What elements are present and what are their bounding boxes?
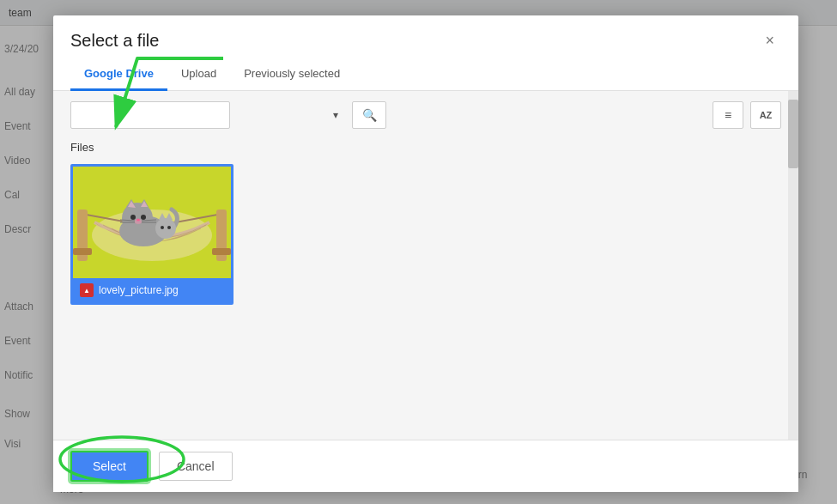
file-name-bar: lovely_picture.jpg (73, 278, 231, 302)
search-button[interactable]: 🔍 (352, 101, 386, 129)
svg-point-17 (136, 219, 140, 222)
sort-icon: AZ (760, 110, 773, 120)
tab-upload[interactable]: Upload (167, 58, 230, 91)
scrollbar-track[interactable] (788, 91, 798, 440)
file-name: lovely_picture.jpg (99, 284, 179, 296)
modal-header: Select a file × (53, 15, 798, 52)
toolbar-row: 🔍 ≡ AZ (70, 101, 781, 129)
file-item[interactable]: lovely_picture.jpg (70, 164, 234, 305)
scrollbar-thumb[interactable] (788, 100, 798, 168)
tab-previously-selected[interactable]: Previously selected (230, 58, 354, 91)
modal-tabs: Google Drive Upload Previously selected (53, 58, 798, 91)
svg-point-15 (141, 215, 146, 220)
svg-point-26 (167, 226, 171, 229)
file-thumbnail (73, 167, 231, 278)
file-grid: lovely_picture.jpg (70, 164, 781, 305)
list-view-button[interactable]: ≡ (713, 101, 743, 129)
svg-rect-5 (73, 248, 92, 255)
files-label: Files (70, 137, 781, 157)
modal-title: Select a file (70, 31, 159, 51)
folder-select-wrapper (70, 101, 345, 129)
svg-point-22 (155, 218, 176, 239)
folder-select-input[interactable] (70, 101, 230, 129)
modal-footer: Select Cancel (53, 440, 798, 492)
select-file-modal: Select a file × Google Drive Upload Prev… (53, 15, 798, 492)
file-image (73, 167, 231, 278)
sort-button[interactable]: AZ (750, 101, 781, 129)
svg-point-25 (161, 226, 164, 229)
svg-point-14 (130, 215, 136, 220)
list-icon: ≡ (725, 108, 731, 122)
search-icon: 🔍 (362, 108, 377, 122)
select-button[interactable]: Select (70, 451, 149, 482)
svg-point-9 (122, 203, 153, 234)
tab-google-drive[interactable]: Google Drive (70, 58, 167, 91)
file-type-icon (80, 283, 94, 297)
cancel-button[interactable]: Cancel (159, 452, 233, 481)
modal-body: 🔍 ≡ AZ Files (53, 91, 798, 440)
svg-rect-7 (212, 248, 231, 255)
modal-close-button[interactable]: × (758, 29, 781, 52)
